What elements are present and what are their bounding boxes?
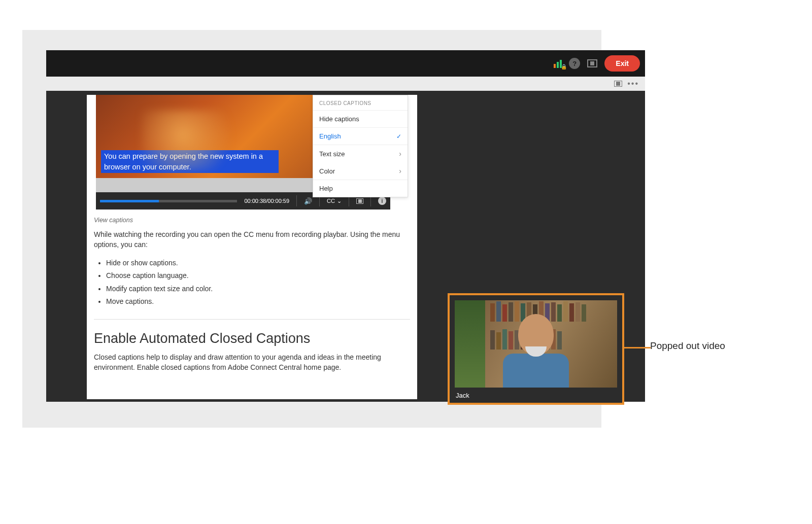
- cc-color-label: Color: [319, 167, 335, 175]
- cc-color-item[interactable]: Color ›: [313, 162, 408, 180]
- chevron-right-icon: ›: [399, 167, 401, 175]
- help-icon[interactable]: ?: [569, 58, 580, 69]
- video-fullscreen-icon[interactable]: [356, 198, 363, 204]
- list-item: Choose caption language.: [106, 269, 417, 282]
- progress-fill: [100, 200, 159, 202]
- caption-overlay: You can prepare by opening the new syste…: [101, 150, 279, 173]
- header-bar: 🔒 ? Exit: [46, 50, 645, 77]
- pod-fullscreen-icon[interactable]: [614, 81, 622, 87]
- document-panel: You can prepare by opening the new syste…: [87, 95, 417, 399]
- cc-menu-popup: CLOSED CAPTIONS Hide captions English ✓ …: [313, 95, 408, 197]
- annotation-connector: [622, 347, 651, 348]
- progress-track[interactable]: [100, 200, 237, 202]
- secondary-toolbar: •••: [46, 77, 645, 91]
- exit-button[interactable]: Exit: [604, 55, 640, 72]
- time-display: 00:00:38/00:00:59: [244, 198, 289, 204]
- cc-language-label: English: [319, 132, 341, 140]
- list-item: Hide or show captions.: [106, 257, 417, 269]
- cc-toggle-label: CC: [327, 198, 335, 204]
- list-item: Modify caption text size and color.: [106, 283, 417, 295]
- lock-icon: 🔒: [561, 64, 566, 69]
- list-item: Move captions.: [106, 295, 417, 308]
- info-icon[interactable]: i: [378, 197, 386, 205]
- participant-name-label: Jack: [455, 388, 617, 399]
- figure-caption: View captions: [87, 209, 417, 230]
- cc-toggle-button[interactable]: CC ⌄: [327, 198, 342, 204]
- cc-text-size-label: Text size: [319, 150, 345, 158]
- check-icon: ✓: [396, 133, 401, 140]
- fullscreen-icon[interactable]: [587, 59, 597, 67]
- cc-menu-title: CLOSED CAPTIONS: [313, 95, 408, 111]
- annotation-label: Popped out video: [650, 340, 725, 352]
- paragraph: While watching the recording you can ope…: [87, 230, 417, 250]
- cc-help-item[interactable]: Help: [313, 180, 408, 197]
- bullet-list: Hide or show captions. Choose caption la…: [106, 257, 417, 308]
- cc-hide-captions-item[interactable]: Hide captions: [313, 111, 408, 128]
- chevron-right-icon: ›: [399, 150, 401, 158]
- divider: [94, 319, 410, 320]
- volume-icon[interactable]: 🔊: [304, 197, 312, 205]
- avatar: [503, 314, 569, 388]
- cc-text-size-item[interactable]: Text size ›: [313, 145, 408, 162]
- cc-language-english-item[interactable]: English ✓: [313, 128, 408, 145]
- pod-options-icon[interactable]: •••: [627, 79, 639, 88]
- connection-status-icon[interactable]: 🔒: [554, 59, 562, 68]
- section-heading: Enable Automated Closed Captions: [87, 326, 417, 353]
- video-feed: [455, 300, 617, 388]
- paragraph: Closed captions help to display and draw…: [87, 353, 417, 372]
- chevron-down-icon: ⌄: [337, 198, 342, 204]
- popped-out-video-pod[interactable]: Jack: [448, 293, 624, 405]
